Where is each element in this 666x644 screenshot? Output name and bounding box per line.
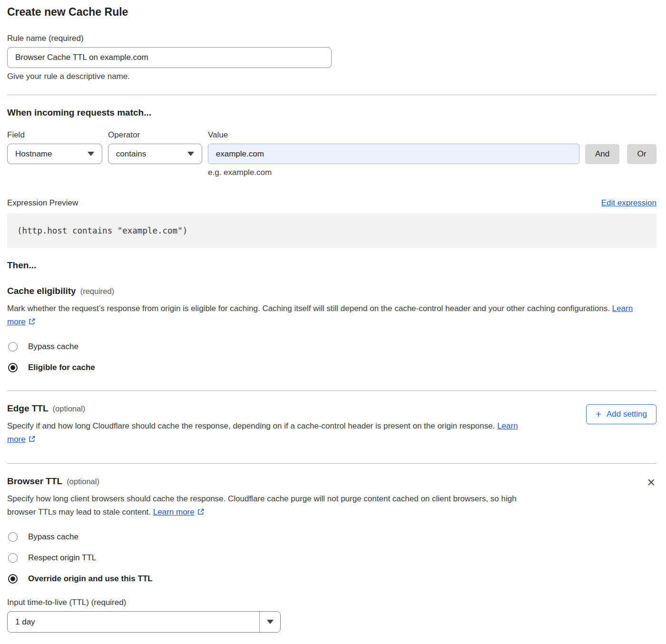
chevron-down-icon bbox=[187, 152, 194, 156]
cache-eligibility-description: Mark whether the request’s response from… bbox=[7, 302, 645, 330]
edge-ttl-section-header: Edge TTL (optional) Specify if and how l… bbox=[7, 403, 656, 447]
value-label: Value bbox=[208, 130, 228, 140]
edge-ttl-title: Edge TTL bbox=[7, 403, 49, 414]
chevron-down-icon bbox=[88, 152, 94, 156]
expression-code: (http.host contains "example.com") bbox=[17, 226, 187, 235]
chevron-down-icon bbox=[259, 612, 280, 632]
radio-respect-origin-ttl[interactable]: Respect origin TTL bbox=[7, 553, 656, 563]
external-link-icon bbox=[28, 316, 36, 330]
cache-eligibility-title: Cache eligibility bbox=[7, 286, 76, 296]
expression-preview-row: Expression Preview Edit expression bbox=[7, 198, 656, 208]
radio-bypass-cache[interactable]: Bypass cache bbox=[7, 342, 656, 351]
operator-select[interactable]: contains bbox=[108, 144, 202, 164]
edge-ttl-qualifier: (optional) bbox=[53, 404, 86, 413]
page-title: Create new Cache Rule bbox=[7, 6, 656, 19]
radio-circle bbox=[8, 553, 18, 563]
field-label: Field bbox=[7, 130, 108, 140]
browser-ttl-qualifier: (optional) bbox=[67, 477, 99, 486]
value-helper: e.g. example.com bbox=[7, 168, 656, 177]
value-input[interactable] bbox=[208, 144, 579, 164]
divider bbox=[7, 95, 656, 95]
browser-ttl-title: Browser TTL bbox=[7, 476, 62, 487]
match-column-labels: Field Operator Value bbox=[7, 130, 656, 140]
radio-circle bbox=[8, 342, 18, 351]
cache-eligibility-qualifier: (required) bbox=[80, 287, 115, 296]
operator-select-value: contains bbox=[116, 149, 146, 159]
cache-eligibility-header: Cache eligibility (required) bbox=[7, 286, 656, 296]
radio-circle bbox=[8, 574, 18, 584]
rule-name-input[interactable] bbox=[7, 47, 332, 68]
match-controls-row: Hostname contains And Or bbox=[7, 144, 656, 164]
divider bbox=[7, 463, 656, 464]
create-cache-rule-form: Create new Cache Rule Rule name (require… bbox=[0, 0, 666, 642]
expression-preview-box: (http.host contains "example.com") bbox=[7, 214, 656, 248]
radio-circle bbox=[8, 532, 18, 542]
radio-browser-bypass-cache[interactable]: Bypass cache bbox=[7, 532, 656, 542]
field-select-value: Hostname bbox=[15, 149, 52, 159]
close-icon[interactable]: ✕ bbox=[646, 476, 656, 489]
operator-label: Operator bbox=[108, 130, 208, 140]
ttl-select-value: 1 day bbox=[8, 612, 259, 632]
external-link-icon bbox=[197, 507, 205, 520]
edit-expression-link[interactable]: Edit expression bbox=[601, 198, 656, 208]
rule-name-helper: Give your rule a descriptive name. bbox=[7, 72, 656, 81]
match-heading: When incoming requests match... bbox=[7, 107, 656, 118]
plus-icon: + bbox=[596, 409, 601, 419]
radio-eligible-for-cache[interactable]: Eligible for cache bbox=[7, 363, 656, 372]
divider bbox=[7, 390, 656, 391]
or-button[interactable]: Or bbox=[627, 144, 656, 164]
ttl-input-label: Input time-to-live (TTL) (required) bbox=[7, 598, 656, 607]
radio-override-origin-ttl[interactable]: Override origin and use this TTL bbox=[7, 574, 656, 584]
ttl-select[interactable]: 1 day bbox=[7, 611, 281, 633]
rule-name-label: Rule name (required) bbox=[7, 34, 656, 43]
expression-preview-label: Expression Preview bbox=[7, 198, 78, 208]
browser-ttl-description: Specify how long client browsers should … bbox=[7, 492, 528, 520]
field-select[interactable]: Hostname bbox=[7, 144, 102, 164]
browser-ttl-options: Bypass cache Respect origin TTL Override… bbox=[7, 532, 656, 584]
external-link-icon bbox=[28, 434, 36, 447]
then-heading: Then... bbox=[7, 260, 656, 271]
add-setting-button[interactable]: + Add setting bbox=[586, 404, 656, 424]
and-button[interactable]: And bbox=[585, 144, 619, 164]
browser-ttl-learn-more-link[interactable]: Learn more bbox=[153, 507, 195, 517]
cache-eligibility-options: Bypass cache Eligible for cache bbox=[7, 342, 656, 372]
radio-circle bbox=[8, 363, 18, 372]
browser-ttl-section-header: Browser TTL (optional) Specify how long … bbox=[7, 476, 656, 520]
edge-ttl-description: Specify if and how long Cloudflare shoul… bbox=[7, 420, 528, 447]
